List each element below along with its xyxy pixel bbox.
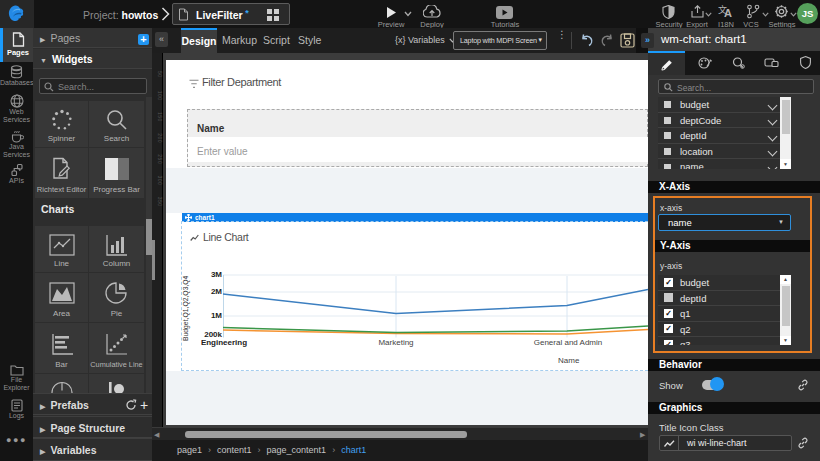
svg-text:A: A [724,7,732,18]
